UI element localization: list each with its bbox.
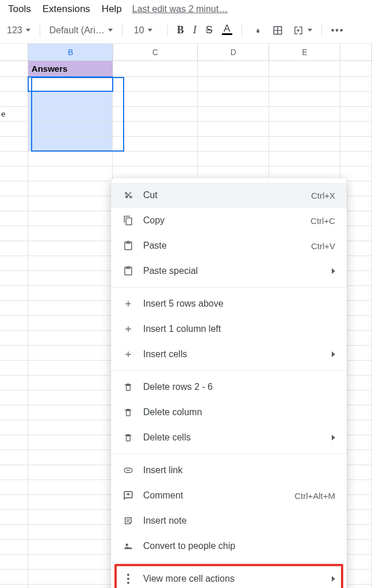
column-header-b[interactable]: B	[28, 44, 113, 60]
cell[interactable]	[28, 316, 113, 330]
menu-extensions[interactable]: Extensions	[37, 1, 96, 17]
column-header-d[interactable]: D	[198, 44, 269, 60]
cell[interactable]	[28, 405, 113, 420]
row-header[interactable]	[0, 480, 28, 494]
cell[interactable]	[28, 480, 113, 494]
row-header[interactable]	[0, 196, 28, 211]
fill-color-button[interactable]	[248, 22, 266, 39]
row-header[interactable]	[0, 152, 28, 166]
row-header[interactable]	[0, 361, 28, 375]
font-family-dropdown[interactable]: Default (Ari…	[46, 22, 116, 39]
cell[interactable]	[198, 137, 269, 151]
cell[interactable]	[28, 256, 113, 270]
menu-help[interactable]: Help	[96, 1, 128, 17]
cell[interactable]	[340, 152, 372, 166]
row-header[interactable]	[0, 376, 28, 390]
row-header[interactable]	[0, 525, 28, 539]
row-header[interactable]	[0, 331, 28, 345]
row-header[interactable]	[0, 405, 28, 420]
row-header[interactable]	[0, 211, 28, 226]
column-header-f[interactable]	[340, 44, 372, 60]
cell[interactable]	[340, 77, 372, 91]
cell[interactable]	[269, 137, 340, 151]
context-menu-insert-rows[interactable]: Insert 5 rows above	[111, 291, 347, 316]
context-menu-insert-column[interactable]: Insert 1 column left	[111, 316, 347, 342]
cell[interactable]	[28, 152, 113, 166]
cell[interactable]	[113, 152, 197, 166]
cell[interactable]	[28, 167, 113, 181]
cell[interactable]	[198, 61, 269, 76]
cell[interactable]	[269, 77, 340, 91]
row-header[interactable]	[0, 271, 28, 285]
row-header[interactable]	[0, 510, 28, 524]
row-header[interactable]	[0, 181, 28, 196]
cell[interactable]	[269, 107, 340, 121]
cell[interactable]	[113, 107, 197, 121]
cell-b2-active[interactable]	[28, 77, 113, 91]
cell[interactable]	[28, 122, 113, 136]
column-header-e[interactable]: E	[269, 44, 340, 60]
row-header[interactable]	[0, 316, 28, 330]
cell[interactable]	[28, 331, 113, 345]
row-header[interactable]	[0, 420, 28, 435]
cell[interactable]	[28, 137, 113, 151]
cell[interactable]	[340, 61, 372, 76]
strikethrough-button[interactable]: S	[202, 22, 216, 39]
context-menu-insert-cells[interactable]: Insert cells	[111, 342, 347, 367]
row-header[interactable]	[0, 346, 28, 360]
row-header[interactable]	[0, 555, 28, 569]
cell[interactable]	[28, 585, 113, 588]
context-menu-delete-rows[interactable]: Delete rows 2 - 6	[111, 374, 347, 400]
borders-button[interactable]	[269, 22, 287, 39]
cell[interactable]	[113, 92, 197, 106]
cell[interactable]	[340, 92, 372, 106]
cell-b1[interactable]: Answers	[28, 61, 113, 76]
cell[interactable]	[113, 77, 197, 91]
context-menu-comment[interactable]: Comment Ctrl+Alt+M	[111, 483, 347, 508]
row-header[interactable]	[0, 585, 28, 588]
bold-button[interactable]: B	[174, 22, 187, 39]
context-menu-insert-link[interactable]: Insert link	[111, 458, 347, 483]
row-header[interactable]	[0, 92, 28, 106]
row-header[interactable]	[0, 61, 28, 76]
cell[interactable]	[28, 390, 113, 405]
cell[interactable]	[269, 92, 340, 106]
cell[interactable]	[113, 61, 197, 76]
cell[interactable]	[340, 137, 372, 151]
font-size-dropdown[interactable]: 10	[128, 22, 162, 39]
cell[interactable]	[28, 286, 113, 300]
cell[interactable]	[28, 540, 113, 554]
row-header[interactable]	[0, 122, 28, 136]
last-edit-link[interactable]: Last edit was 2 minut…	[132, 4, 228, 14]
number-format-dropdown[interactable]: 123	[3, 22, 34, 39]
cell[interactable]	[28, 346, 113, 360]
context-menu-delete-column[interactable]: Delete column	[111, 400, 347, 425]
cell[interactable]	[28, 450, 113, 465]
cell[interactable]	[28, 525, 113, 539]
text-color-button[interactable]: A	[218, 22, 236, 39]
cell[interactable]	[28, 495, 113, 509]
row-header[interactable]: e	[0, 107, 28, 121]
context-menu-paste-special[interactable]: Paste special	[111, 258, 347, 284]
row-header[interactable]	[0, 256, 28, 270]
cell[interactable]	[28, 435, 113, 450]
context-menu-people-chip[interactable]: Convert to people chip	[111, 533, 347, 559]
cell[interactable]	[198, 92, 269, 106]
row-header[interactable]	[0, 465, 28, 479]
cell[interactable]	[28, 181, 113, 196]
cell[interactable]	[269, 152, 340, 166]
cell[interactable]	[28, 420, 113, 435]
menu-tools[interactable]: Tools	[2, 1, 37, 17]
row-header[interactable]	[0, 137, 28, 151]
cell[interactable]	[28, 107, 113, 121]
cell[interactable]	[28, 241, 113, 256]
cell[interactable]	[28, 92, 113, 106]
row-header[interactable]	[0, 301, 28, 315]
cell[interactable]	[198, 107, 269, 121]
cell[interactable]	[28, 376, 113, 390]
row-header[interactable]	[0, 226, 28, 241]
row-header[interactable]	[0, 286, 28, 300]
toolbar-overflow-button[interactable]: •••	[328, 22, 348, 39]
cell[interactable]	[198, 122, 269, 136]
row-header[interactable]	[0, 241, 28, 256]
